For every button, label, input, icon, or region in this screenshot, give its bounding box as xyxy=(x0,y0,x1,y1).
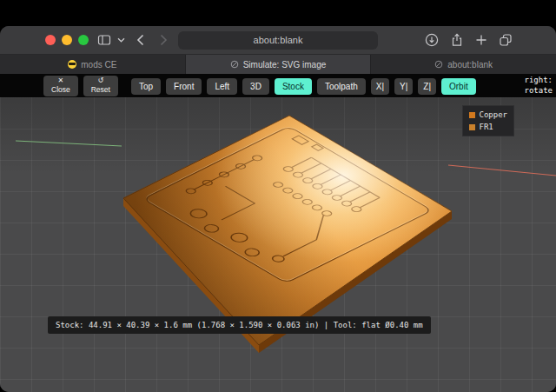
sunglasses-emoji-favicon-icon xyxy=(68,60,76,69)
axis-z-button[interactable]: Z| xyxy=(418,78,436,95)
share-icon[interactable] xyxy=(450,33,464,50)
viewport-3d[interactable]: Copper FR1 Stock: 44.91 × 40.39 × 1.6 mm… xyxy=(0,97,556,392)
material-legend: Copper FR1 xyxy=(462,105,514,136)
tab-bar: mods CE Simulate: SVG image about:blank xyxy=(0,54,556,74)
reset-button[interactable]: ↺ Reset xyxy=(83,76,118,96)
safari-window: about:blank mods CE Simulate: SVG image xyxy=(0,26,556,392)
view-left-button[interactable]: Left xyxy=(207,78,237,95)
tab-label: about:blank xyxy=(447,60,493,70)
sidebar-icon[interactable] xyxy=(97,33,111,47)
pcb-render xyxy=(0,97,556,392)
legend-row-copper: Copper xyxy=(469,110,507,119)
simulator-toolbar: ✕ Close ↺ Reset Top Front Left 3D Stock … xyxy=(0,74,556,98)
axis-y-button[interactable]: Y| xyxy=(394,78,413,95)
reset-icon: ↺ xyxy=(97,77,103,85)
close-icon: ✕ xyxy=(58,77,64,85)
chevron-down-icon[interactable] xyxy=(116,33,125,47)
legend-row-fr1: FR1 xyxy=(469,123,507,131)
back-icon[interactable] xyxy=(134,33,148,47)
zoom-window-button[interactable] xyxy=(78,35,89,45)
status-bar: Stock: 44.91 × 40.39 × 1.6 mm (1.768 × 1… xyxy=(48,316,431,334)
stock-button[interactable]: Stock xyxy=(275,78,312,95)
view-front-button[interactable]: Front xyxy=(166,78,202,95)
tab-simulate-svg-image[interactable]: Simulate: SVG image xyxy=(186,55,372,74)
globe-favicon-icon xyxy=(434,60,443,69)
minimize-window-button[interactable] xyxy=(62,35,72,45)
browser-titlebar: about:blank xyxy=(0,26,556,54)
view-top-button[interactable]: Top xyxy=(131,78,161,95)
axis-x-button[interactable]: X| xyxy=(371,78,389,95)
view-3d-button[interactable]: 3D xyxy=(242,78,269,95)
tab-overview-icon[interactable] xyxy=(499,33,513,50)
toolpath-button[interactable]: Toolpath xyxy=(317,78,366,95)
tab-about-blank[interactable]: about:blank xyxy=(371,55,556,74)
globe-favicon-icon xyxy=(230,60,239,69)
tab-label: mods CE xyxy=(81,60,116,70)
copper-swatch xyxy=(469,112,475,118)
red-axis xyxy=(448,165,556,176)
titlebar-actions xyxy=(425,33,513,50)
new-tab-icon[interactable] xyxy=(475,34,487,50)
address-bar[interactable]: about:blank xyxy=(178,31,378,50)
close-button[interactable]: ✕ Close xyxy=(43,76,78,96)
tab-label: Simulate: SVG image xyxy=(243,60,327,70)
tab-mods-ce[interactable]: mods CE xyxy=(0,55,186,74)
traffic-lights xyxy=(45,35,89,45)
fr1-swatch xyxy=(469,124,475,130)
mouse-hint: right: rotate xyxy=(524,76,553,96)
forward-icon[interactable] xyxy=(156,33,170,47)
close-window-button[interactable] xyxy=(45,35,56,45)
green-axis xyxy=(16,141,122,146)
download-icon[interactable] xyxy=(425,33,439,50)
orbit-button[interactable]: Orbit xyxy=(441,78,476,95)
